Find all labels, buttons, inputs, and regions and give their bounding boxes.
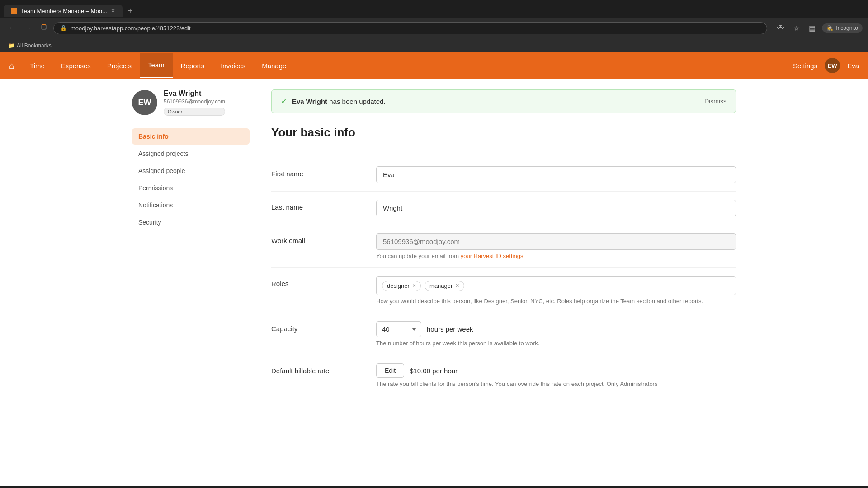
role-tag-manager: manager × xyxy=(425,281,464,291)
role-tag-designer-remove[interactable]: × xyxy=(412,282,416,289)
first-name-row: First name xyxy=(271,158,736,192)
harvest-id-settings-link[interactable]: your Harvest ID settings xyxy=(461,253,524,259)
nav-invoices[interactable]: Invoices xyxy=(212,54,254,78)
role-tag-designer-text: designer xyxy=(387,282,410,289)
nav-manage[interactable]: Manage xyxy=(254,54,294,78)
nav-expenses[interactable]: Expenses xyxy=(53,54,99,78)
profile-email: 56109936@moodjoy.com xyxy=(164,99,225,105)
back-button[interactable]: ← xyxy=(5,22,18,34)
capacity-label: Capacity xyxy=(271,321,362,333)
forward-button[interactable]: → xyxy=(22,22,34,34)
home-icon[interactable]: ⌂ xyxy=(9,61,14,71)
all-bookmarks[interactable]: 📁 All Bookmarks xyxy=(5,42,54,50)
incognito-label: Incognito xyxy=(836,25,858,31)
new-tab-button[interactable]: + xyxy=(124,5,137,18)
sidebar-item-assigned-projects[interactable]: Assigned projects xyxy=(132,145,250,162)
browser-chrome: Team Members Manage – Moo... ✕ + ← → 🔒 m… xyxy=(0,0,868,52)
sidebar-item-permissions[interactable]: Permissions xyxy=(132,180,250,196)
billable-rate-hint: The rate you bill clients for this perso… xyxy=(376,380,736,387)
avatar: EW xyxy=(825,58,840,73)
roles-input[interactable]: designer × manager × xyxy=(376,276,736,295)
billable-rate-input-row: Edit $10.00 per hour xyxy=(376,363,736,378)
sidebar-item-notifications[interactable]: Notifications xyxy=(132,197,250,213)
dismiss-button[interactable]: Dismiss xyxy=(704,98,726,105)
edit-rate-button[interactable]: Edit xyxy=(376,363,404,378)
work-email-hint-after: . xyxy=(523,253,525,259)
bookmarks-label: All Bookmarks xyxy=(17,42,52,49)
sidebar-item-basic-info[interactable]: Basic info xyxy=(132,128,250,145)
billable-rate-row: Default billable rate Edit $10.00 per ho… xyxy=(271,355,736,395)
profile-name: Eva Wright xyxy=(164,89,225,98)
nav-links: Time Expenses Projects Team Reports Invo… xyxy=(22,53,793,78)
roles-field: designer × manager × How you would descr… xyxy=(376,276,736,305)
page-content: EW Eva Wright 56109936@moodjoy.com Owner… xyxy=(118,79,750,406)
roles-row: Roles designer × manager × How you would… xyxy=(271,268,736,313)
role-tag-manager-text: manager xyxy=(429,282,453,289)
address-bar[interactable]: 🔒 moodjoy.harvestapp.com/people/4851222/… xyxy=(53,22,767,34)
profile-info: Eva Wright 56109936@moodjoy.com Owner xyxy=(164,89,225,116)
roles-label: Roles xyxy=(271,276,362,287)
last-name-row: Last name xyxy=(271,192,736,225)
capacity-field: 20 32 40 48 hours per week The number of… xyxy=(376,321,736,347)
section-divider xyxy=(271,149,736,149)
nav-team[interactable]: Team xyxy=(140,53,173,78)
first-name-field xyxy=(376,166,736,183)
tab-close-button[interactable]: ✕ xyxy=(111,8,115,14)
nav-right: Settings EW Eva xyxy=(793,58,859,73)
sidebar: EW Eva Wright 56109936@moodjoy.com Owner… xyxy=(132,89,250,395)
last-name-label: Last name xyxy=(271,200,362,211)
work-email-hint: You can update your email from your Harv… xyxy=(376,253,736,259)
success-banner-message: ✓ Eva Wright has been updated. xyxy=(281,96,386,106)
profile-role-badge: Owner xyxy=(164,108,225,116)
work-email-label: Work email xyxy=(271,233,362,244)
capacity-hint: The number of hours per week this person… xyxy=(376,340,736,347)
first-name-input[interactable] xyxy=(376,166,736,183)
role-tag-manager-remove[interactable]: × xyxy=(455,282,459,289)
capacity-unit: hours per week xyxy=(427,325,473,333)
capacity-select[interactable]: 20 32 40 48 xyxy=(376,321,421,337)
bookmarks-folder-icon: 📁 xyxy=(8,42,15,49)
lock-icon: 🔒 xyxy=(60,25,67,31)
active-tab[interactable]: Team Members Manage – Moo... ✕ xyxy=(4,5,123,17)
bookmarks-bar: 📁 All Bookmarks xyxy=(0,38,868,52)
status-bar: Establishing secure connection... xyxy=(0,486,868,488)
nav-projects[interactable]: Projects xyxy=(99,54,140,78)
profile-avatar: EW xyxy=(132,90,157,115)
browser-actions: 👁 ☆ ▤ 🕵 Incognito xyxy=(774,22,863,34)
nav-time[interactable]: Time xyxy=(22,54,53,78)
settings-link[interactable]: Settings xyxy=(793,62,817,70)
success-text: has been updated. xyxy=(329,98,385,105)
incognito-badge: 🕵 Incognito xyxy=(822,23,863,33)
rate-unit: per hour xyxy=(432,367,458,375)
eye-off-icon[interactable]: 👁 xyxy=(774,22,787,34)
last-name-input[interactable] xyxy=(376,200,736,216)
username-label[interactable]: Eva xyxy=(847,62,859,70)
tab-favicon xyxy=(11,8,17,14)
sidebar-icon[interactable]: ▤ xyxy=(806,22,818,34)
success-name: Eva Wright xyxy=(292,98,327,105)
sidebar-item-security[interactable]: Security xyxy=(132,214,250,230)
work-email-input xyxy=(376,233,736,250)
success-icon: ✓ xyxy=(281,96,288,106)
bookmark-icon[interactable]: ☆ xyxy=(791,22,802,34)
first-name-label: First name xyxy=(271,166,362,178)
top-nav: ⌂ Time Expenses Projects Team Reports In… xyxy=(0,52,868,79)
nav-reports[interactable]: Reports xyxy=(173,54,213,78)
capacity-row: Capacity 20 32 40 48 hours per week The … xyxy=(271,313,736,355)
roles-hint: How you would describe this person, like… xyxy=(376,298,736,305)
work-email-field: You can update your email from your Harv… xyxy=(376,233,736,259)
page-title: Your basic info xyxy=(271,126,736,140)
work-email-row: Work email You can update your email fro… xyxy=(271,225,736,268)
billable-rate-field: Edit $10.00 per hour The rate you bill c… xyxy=(376,363,736,387)
sidebar-item-assigned-people[interactable]: Assigned people xyxy=(132,163,250,179)
billable-rate-label: Default billable rate xyxy=(271,363,362,375)
sidebar-profile: EW Eva Wright 56109936@moodjoy.com Owner xyxy=(132,89,250,116)
rate-amount: $10.00 xyxy=(410,367,430,375)
work-email-hint-text: You can update your email from xyxy=(376,253,461,259)
tab-title: Team Members Manage – Moo... xyxy=(21,8,107,14)
browser-controls: ← → 🔒 moodjoy.harvestapp.com/people/4851… xyxy=(0,18,868,38)
main-content: ✓ Eva Wright has been updated. Dismiss Y… xyxy=(271,89,736,395)
reload-button[interactable] xyxy=(38,22,50,34)
loading-spinner xyxy=(41,24,47,30)
rate-value: $10.00 per hour xyxy=(410,367,458,375)
